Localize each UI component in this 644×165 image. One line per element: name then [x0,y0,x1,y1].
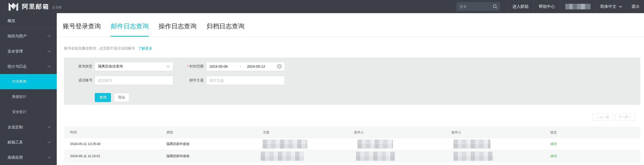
sidebar-item-mailbox-tools[interactable]: 邮箱工具 [0,135,57,150]
topbar: 阿里邮箱 企业版 进入邮箱 帮助中心 简体中文 退出 [0,0,644,13]
status-badge: 成功 [550,154,640,158]
query-type-label: 查询类型 [64,64,95,69]
status-badge: 成功 [550,142,640,146]
redacted-sender [357,139,393,149]
learn-more-link[interactable]: 了解更多 [138,46,152,51]
sidebar-item-security-mgmt[interactable]: 安全管理 [0,44,57,59]
cell-time: 2024-05-11 11:15:01 [70,154,166,158]
date-range-input[interactable]: 2024-05-06 - 2024-05-12 [206,62,285,71]
tab-archive-log-query[interactable]: 归档日志查询 [206,22,244,37]
sidebar-item-label: 概览 [8,18,15,23]
table-header: 时间 类型 主题 发件人 收件人 状态 [64,127,640,138]
sidebar-item-label: 组织与用户 [8,34,27,39]
sidebar: 概览 组织与用户 安全管理 统计与日志 行为查询 数据统计 安全统计 企业定制 … [0,13,57,165]
log-table: 时间 类型 主题 发件人 收件人 状态 2024-05-11 12:25:40 … [64,127,640,162]
redacted-recipient [453,152,493,161]
chevron-down-icon [47,126,51,128]
mail-subject-input[interactable] [206,76,285,85]
date-range-label-text: 时间范围 [190,64,204,68]
main-content: 账号登录查询 邮件日志查询 操作日志查询 归档日志查询 账号收发及删信查询，此页… [57,13,644,165]
language-label: 简体中文 [600,4,616,9]
table-row: 2024-05-11 11:15:01 隔离区邮件接收 成功 [64,150,640,162]
chevron-down-icon [47,141,51,143]
sidebar-subitem-label: 行为查询 [12,79,26,84]
tab-account-login-query[interactable]: 账号登录查询 [63,22,101,37]
sidebar-item-label: 企业定制 [8,125,23,130]
logout-button[interactable]: 退出 [627,0,644,13]
sidebar-subitem-label: 数据统计 [12,95,26,99]
next-page-label: 下一页 [618,115,628,120]
cell-type: 隔离区邮件接收 [166,142,263,146]
col-sender: 发件人 [354,130,451,135]
clear-circle-icon[interactable] [277,64,282,69]
sidebar-item-org-users[interactable]: 组织与用户 [0,29,57,44]
chevron-down-icon [166,65,170,68]
form-row-1: 查询类型 隔离区收信查询 *时间范围 2024-05-06 - 2024-05-… [64,62,640,71]
topbar-right: 进入邮箱 帮助中心 简体中文 退出 [457,0,644,13]
sidebar-item-label: 统计与日志 [8,64,27,69]
chevron-down-icon [47,50,51,52]
date-start-value[interactable]: 2024-05-06 [210,64,234,68]
prev-page-button[interactable]: ‹ 上一页 [592,113,613,121]
mail-subject-label: 邮件主题 [173,78,206,83]
query-form-panel: 查询类型 隔离区收信查询 *时间范围 2024-05-06 - 2024-05-… [64,58,640,105]
brand: 阿里邮箱 企业版 [8,2,62,11]
tab-mail-log-query[interactable]: 邮件日志查询 [111,22,149,37]
col-subject: 主题 [263,130,354,135]
prev-page-label: 上一页 [599,115,609,120]
help-center-button[interactable]: 帮助中心 [534,0,560,13]
account-menu[interactable] [560,0,595,13]
brand-name: 阿里邮箱 [22,3,49,11]
chevron-up-icon [47,65,51,67]
tab-bar: 账号登录查询 邮件日志查询 操作日志查询 归档日志查询 [57,13,644,37]
date-separator: - [234,64,247,68]
query-type-value: 隔离区收信查询 [98,64,123,69]
sidebar-item-behavior-query[interactable]: 行为查询 [0,74,57,89]
col-time: 时间 [70,130,166,135]
sidebar-item-data-stats[interactable]: 数据统计 [0,89,57,104]
search-button[interactable]: 查询 [95,93,111,102]
cell-time: 2024-05-11 12:25:40 [70,142,166,146]
col-status: 状态 [550,130,640,135]
alimail-logo-icon [8,2,18,11]
col-type: 类型 [166,130,263,135]
search-input[interactable] [460,5,493,9]
topbar-search[interactable] [457,2,500,11]
query-type-select[interactable]: 隔离区收信查询 [95,62,173,71]
sidebar-subitem-label: 安全统计 [12,110,26,114]
sidebar-item-advanced-apps[interactable]: 高级应用 [0,150,57,165]
form-buttons: 查询 导出 [64,93,640,102]
sidebar-item-overview[interactable]: 概览 [0,13,57,29]
language-selector[interactable]: 简体中文 [595,0,627,13]
member-account-input[interactable] [95,76,173,85]
next-page-button[interactable]: 下一页 › [615,113,635,121]
chevron-down-icon [47,156,51,158]
member-account-label: 成员账号 [64,78,95,83]
search-icon[interactable] [493,4,498,9]
redacted-recipient [453,139,490,149]
enter-mailbox-button[interactable]: 进入邮箱 [507,0,534,13]
sidebar-item-label: 安全管理 [8,49,23,54]
chevron-down-icon [619,6,622,8]
sidebar-item-stats-logs[interactable]: 统计与日志 [0,59,57,74]
chevron-down-icon [47,35,51,37]
redacted-sender [356,152,395,161]
pagination: ‹ 上一页 下一页 › [57,113,635,121]
sidebar-item-enterprise-custom[interactable]: 企业定制 [0,120,57,135]
redacted-subject [261,152,304,161]
date-range-label: *时间范围 [173,64,206,69]
date-end-value[interactable]: 2024-05-12 [247,64,271,68]
notice-text: 账号收发及删信查询，此页面不显示冻结账号 [64,46,135,51]
sidebar-item-security-stats[interactable]: 安全统计 [0,104,57,120]
prev-icon: ‹ [597,115,598,119]
sidebar-item-label: 高级应用 [8,155,23,160]
page-notice: 账号收发及删信查询，此页面不显示冻结账号 了解更多 [64,46,644,51]
col-recipient: 收件人 [451,130,550,135]
form-row-2: 成员账号 邮件主题 [64,76,640,85]
export-button[interactable]: 导出 [114,93,129,102]
redacted-subject [263,139,307,149]
next-icon: › [630,115,631,119]
brand-edition: 企业版 [52,5,62,10]
tab-operation-log-query[interactable]: 操作日志查询 [159,22,197,37]
table-row: 2024-05-11 12:25:40 隔离区邮件接收 成功 [64,138,640,150]
